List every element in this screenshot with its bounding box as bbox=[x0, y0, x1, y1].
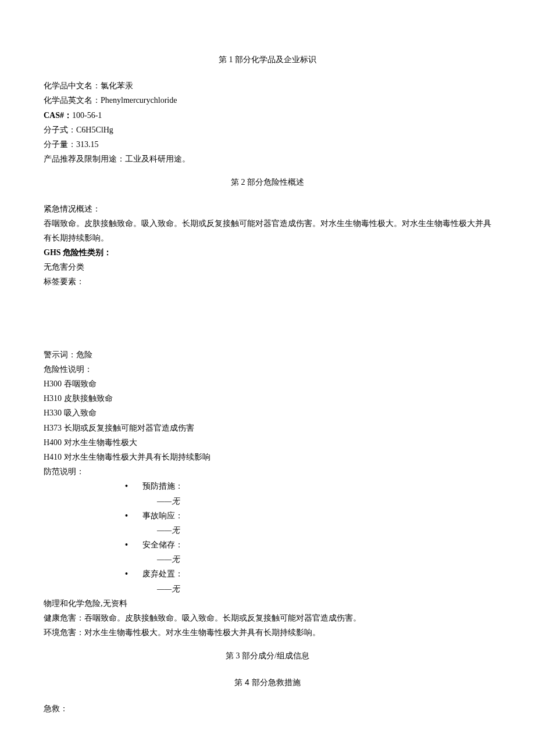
formula-value: C6H5ClHg bbox=[76, 126, 113, 134]
environment-hazard-line: 环境危害：对水生生物毒性极大。对水生生物毒性极大并具有长期持续影响。 bbox=[44, 625, 491, 640]
emergency-text: 吞咽致命。皮肤接触致命。吸入致命。长期或反复接触可能对器官造成伤害。对水生生物毒… bbox=[44, 216, 491, 245]
usage-value: 工业及科研用途。 bbox=[125, 155, 190, 163]
cas-line: CAS#：100-56-1 bbox=[44, 108, 491, 123]
hazard-h400: H400 对水生生物毒性极大 bbox=[44, 435, 491, 450]
hazard-statement-label: 危险性说明： bbox=[44, 362, 491, 377]
hazard-h310: H310 皮肤接触致命 bbox=[44, 391, 491, 406]
chinese-name-label: 化学品中文名： bbox=[44, 81, 101, 90]
formula-label: 分子式： bbox=[44, 126, 76, 134]
ghs-text: 无危害分类 bbox=[44, 260, 491, 274]
english-name-value: Phenylmercurychloride bbox=[101, 96, 177, 105]
label-element: 标签要素： bbox=[44, 274, 491, 289]
signal-word-label: 警示词： bbox=[44, 350, 76, 359]
hazard-h330: H330 吸入致命 bbox=[44, 406, 491, 420]
environment-hazard-value: 对水生生物毒性极大。对水生生物毒性极大并具有长期持续影响。 bbox=[84, 628, 320, 637]
weight-line: 分子量：313.15 bbox=[44, 137, 491, 152]
first-aid-label: 急救： bbox=[44, 701, 491, 716]
usage-label: 产品推荐及限制用途： bbox=[44, 155, 125, 163]
pictogram-placeholder bbox=[44, 289, 491, 347]
precaution-response-value: ——无 bbox=[157, 523, 491, 538]
formula-line: 分子式：C6H5ClHg bbox=[44, 123, 491, 137]
cas-value: 100-56-1 bbox=[72, 111, 102, 120]
emergency-label: 紧急情况概述： bbox=[44, 202, 491, 216]
precaution-response: 事故响应： bbox=[125, 508, 491, 523]
precaution-list: 预防措施： ——无 事故响应： ——无 安全储存： ——无 废弃处置： ——无 bbox=[125, 479, 491, 596]
signal-word-value: 危险 bbox=[76, 350, 92, 359]
cas-label: CAS#： bbox=[44, 111, 72, 120]
section-2-title: 第 2 部分危险性概述 bbox=[44, 175, 491, 189]
precaution-prevent-value: ——无 bbox=[157, 494, 491, 508]
physical-hazard: 物理和化学危险,无资料 bbox=[44, 596, 491, 611]
health-hazard-line: 健康危害：吞咽致命。皮肤接触致命。吸入致命。长期或反复接触可能对器官造成伤害。 bbox=[44, 611, 491, 625]
english-name-line: 化学品英文名：Phenylmercurychloride bbox=[44, 93, 491, 108]
precaution-storage-value: ——无 bbox=[157, 552, 491, 567]
precaution-disposal-value: ——无 bbox=[157, 582, 491, 596]
english-name-label: 化学品英文名： bbox=[44, 96, 101, 105]
section-2-content: 紧急情况概述： 吞咽致命。皮肤接触致命。吸入致命。长期或反复接触可能对器官造成伤… bbox=[44, 202, 491, 640]
section-4-content: 急救： bbox=[44, 701, 491, 716]
hazard-h300: H300 吞咽致命 bbox=[44, 377, 491, 391]
section-1-title: 第 1 部分化学品及企业标识 bbox=[44, 52, 491, 67]
ghs-label: GHS 危险性类别： bbox=[44, 245, 491, 260]
hazard-h410: H410 对水生生物毒性极大并具有长期持续影响 bbox=[44, 450, 491, 464]
health-hazard-value: 吞咽致命。皮肤接触致命。吸入致命。长期或反复接触可能对器官造成伤害。 bbox=[84, 614, 361, 622]
hazard-h373: H373 长期或反复接触可能对器官造成伤害 bbox=[44, 421, 491, 435]
chinese-name-value: 氯化苯汞 bbox=[101, 81, 133, 90]
section-1-content: 化学品中文名：氯化苯汞 化学品英文名：Phenylmercurychloride… bbox=[44, 78, 491, 166]
health-hazard-label: 健康危害： bbox=[44, 614, 84, 622]
precaution-storage: 安全储存： bbox=[125, 538, 491, 552]
weight-label: 分子量： bbox=[44, 140, 76, 149]
environment-hazard-label: 环境危害： bbox=[44, 628, 84, 637]
signal-word-line: 警示词：危险 bbox=[44, 347, 491, 362]
precaution-disposal: 废弃处置： bbox=[125, 567, 491, 581]
section-3-title: 第 3 部分成分/组成信息 bbox=[44, 648, 491, 663]
section-4-title: 第 4 部分急救措施 bbox=[44, 675, 491, 690]
precaution-label: 防范说明： bbox=[44, 464, 491, 479]
chinese-name-line: 化学品中文名：氯化苯汞 bbox=[44, 78, 491, 93]
usage-line: 产品推荐及限制用途：工业及科研用途。 bbox=[44, 152, 491, 166]
precaution-prevent: 预防措施： bbox=[125, 479, 491, 493]
weight-value: 313.15 bbox=[76, 140, 99, 149]
